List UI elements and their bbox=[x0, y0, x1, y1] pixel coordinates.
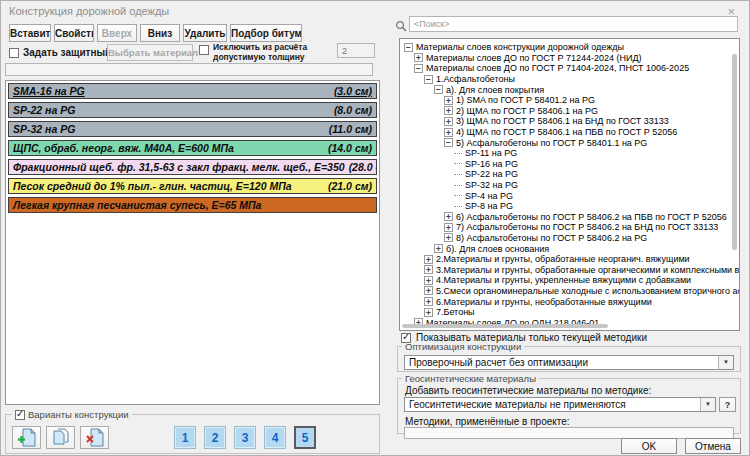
expand-toggle-icon[interactable]: − bbox=[424, 75, 433, 84]
tree-horizontal-scrollbar[interactable] bbox=[402, 324, 608, 328]
tree-item[interactable]: + 5.Смеси органоминеральные холодные с и… bbox=[402, 286, 739, 297]
exclude-wear-checkbox-box[interactable] bbox=[199, 45, 209, 55]
cancel-button[interactable]: Отмена bbox=[685, 438, 741, 454]
expand-toggle-icon[interactable]: + bbox=[424, 308, 433, 317]
tree-connector bbox=[454, 206, 462, 207]
tree-rows: − Материалы слоев конструкции дорожной о… bbox=[402, 42, 739, 328]
tree-item[interactable]: SP-16 на PG bbox=[402, 159, 739, 170]
tree-item[interactable]: SP-22 на PG bbox=[402, 169, 739, 180]
tree-item[interactable]: − а). Для слоев покрытия bbox=[402, 84, 739, 95]
expand-toggle-icon[interactable]: − bbox=[414, 64, 423, 73]
toolbar-button[interactable]: Вверх bbox=[97, 24, 137, 42]
variants-checkbox[interactable] bbox=[15, 410, 25, 420]
window-title: Конструкция дорожной одежды bbox=[9, 5, 169, 17]
expand-toggle-icon[interactable]: + bbox=[424, 297, 433, 306]
expand-toggle-icon[interactable]: + bbox=[444, 117, 453, 126]
toolbar-button[interactable]: Подбор битума PG bbox=[230, 24, 302, 42]
tree-item[interactable]: SP-32 на PG bbox=[402, 180, 739, 191]
tree-item-label: 7.Бетоны bbox=[436, 307, 475, 317]
geosynthetics-group-label: Геосинтетические материалы bbox=[402, 373, 539, 384]
tree-item[interactable]: SP-8 на PG bbox=[402, 201, 739, 212]
expand-toggle-icon[interactable]: − bbox=[444, 138, 453, 147]
tree-item[interactable]: + 8) Асфальтобетоны по ГОСТ Р 58406.2 на… bbox=[402, 233, 739, 244]
chevron-down-icon[interactable]: ▼ bbox=[700, 398, 715, 411]
tree-item-label: SP-8 на PG bbox=[465, 201, 513, 211]
tree-item-label: б). Для слоев основания bbox=[446, 244, 549, 254]
pavement-layer-row[interactable]: SP-32 на PG (11.0 см) bbox=[8, 121, 377, 137]
tree-item[interactable]: SP-4 на PG bbox=[402, 190, 739, 201]
variant-number-button[interactable]: 1 bbox=[174, 426, 196, 449]
toolbar-button[interactable]: Удалить bbox=[183, 24, 227, 42]
protective-layer-material-field[interactable] bbox=[5, 63, 373, 76]
pavement-layer-row[interactable]: Песок средний до 1% пыл.- глин. частиц, … bbox=[8, 178, 377, 194]
expand-toggle-icon[interactable]: + bbox=[444, 106, 453, 115]
expand-toggle-icon[interactable]: + bbox=[424, 265, 433, 274]
tree-item[interactable]: + 6.Материалы и грунты, необработанные в… bbox=[402, 296, 739, 307]
geosynthetics-group: Геосинтетические материалы Добавить геос… bbox=[397, 373, 741, 434]
tree-item-label: 5) Асфальтобетоны по ГОСТ Р 58401.1 на P… bbox=[456, 138, 647, 148]
tree-item-label: 4) ЩМА по ГОСТ Р 58406.1 на ПБВ по ГОСТ … bbox=[456, 127, 677, 137]
expand-toggle-icon[interactable]: + bbox=[444, 212, 453, 221]
tree-item[interactable]: + 4.Материалы и грунты, укрепленные вяжу… bbox=[402, 275, 739, 286]
tree-item[interactable]: − 5) Асфальтобетоны по ГОСТ Р 58401.1 на… bbox=[402, 137, 739, 148]
pavement-layer-row[interactable]: Фракционный щеб. фр. 31,5-63 с закл фрак… bbox=[8, 159, 377, 175]
tree-vertical-scrollbar[interactable] bbox=[732, 54, 737, 250]
expand-toggle-icon[interactable]: + bbox=[424, 255, 433, 264]
chevron-down-icon[interactable]: ▼ bbox=[718, 356, 733, 369]
expand-toggle-icon[interactable]: + bbox=[424, 276, 433, 285]
toolbar-button[interactable]: Свойства bbox=[54, 24, 94, 42]
tree-item[interactable]: + 7.Бетоны bbox=[402, 307, 739, 318]
expand-toggle-icon[interactable]: + bbox=[444, 96, 453, 105]
copy-variant-button[interactable] bbox=[46, 426, 75, 449]
expand-toggle-icon[interactable]: + bbox=[434, 244, 443, 253]
pavement-layer-row[interactable]: ЩПС, обраб. неорг. вяж. М40А, Е=600 МПа … bbox=[8, 140, 377, 156]
delete-variant-button[interactable] bbox=[80, 426, 109, 449]
tree-item[interactable]: + Материалы слоев ДО по ГОСТ Р 71244-202… bbox=[402, 53, 739, 64]
tree-connector bbox=[454, 185, 462, 186]
optimization-combobox[interactable]: Проверочный расчет без оптимизации ▼ bbox=[404, 355, 734, 370]
variant-number-button[interactable]: 4 bbox=[264, 426, 286, 449]
expand-toggle-icon[interactable]: + bbox=[424, 286, 433, 295]
tree-item-label: SP-22 на PG bbox=[465, 169, 518, 179]
expand-toggle-icon[interactable]: + bbox=[444, 233, 453, 242]
tree-item[interactable]: + б). Для слоев основания bbox=[402, 243, 739, 254]
layer-name: Фракционный щеб. фр. 31,5-63 с закл фрак… bbox=[13, 161, 345, 173]
tree-item[interactable]: + 1) SMA по ГОСТ Р 58401.2 на PG bbox=[402, 95, 739, 106]
expand-toggle-icon[interactable]: + bbox=[444, 223, 453, 232]
help-button[interactable]: ? bbox=[719, 397, 736, 412]
variant-number-button[interactable]: 5 bbox=[294, 426, 316, 449]
pavement-layer-row[interactable]: SP-22 на PG (8.0 см) bbox=[8, 102, 377, 118]
pavement-layers-list: SMA-16 на PG (3.0 см) SP-22 на PG (8.0 с… bbox=[5, 80, 380, 405]
geosynthetics-combobox[interactable]: Геосинтетические материалы не применяютс… bbox=[404, 397, 716, 412]
tree-item[interactable]: + 6) Асфальтобетоны по ГОСТ Р 58406.2 на… bbox=[402, 212, 739, 223]
expand-toggle-icon[interactable]: − bbox=[434, 85, 443, 94]
variant-number-button[interactable]: 3 bbox=[234, 426, 256, 449]
ok-button[interactable]: OK bbox=[621, 438, 677, 454]
variant-number-button[interactable]: 2 bbox=[204, 426, 226, 449]
toolbar-button[interactable]: Вставить bbox=[9, 24, 51, 42]
tree-item[interactable]: + 3) ЩМА по ГОСТ Р 58406.1 на БНД по ГОС… bbox=[402, 116, 739, 127]
pavement-layer-row[interactable]: SMA-16 на PG (3.0 см) bbox=[8, 83, 377, 99]
tree-item-label: 2.Материалы и грунты, обработанные неорг… bbox=[436, 254, 690, 264]
expand-toggle-icon[interactable]: − bbox=[404, 43, 413, 52]
expand-toggle-icon[interactable]: + bbox=[414, 53, 423, 62]
tree-item-label: SP-4 на PG bbox=[465, 191, 513, 201]
wear-thickness-input[interactable] bbox=[337, 43, 375, 58]
protect-layer-checkbox-box[interactable] bbox=[9, 48, 19, 58]
tree-item[interactable]: + 3.Материалы и грунты, обработанные орг… bbox=[402, 264, 739, 275]
search-input[interactable] bbox=[409, 16, 738, 32]
tree-item[interactable]: + 7) Асфальтобетоны по ГОСТ Р 58406.2 на… bbox=[402, 222, 739, 233]
tree-item[interactable]: − 1.Асфальтобетоны bbox=[402, 74, 739, 85]
tree-item[interactable]: + 4) ЩМА по ГОСТ Р 58406.1 на ПБВ по ГОС… bbox=[402, 127, 739, 138]
tree-item[interactable]: + 2.Материалы и грунты, обработанные нео… bbox=[402, 254, 739, 265]
pavement-layer-row[interactable]: Легкая крупная песчанистая супесь, Е=65 … bbox=[8, 197, 377, 213]
tree-item[interactable]: − Материалы слоев ДО по ГОСТ Р 71404-202… bbox=[402, 63, 739, 74]
tree-item[interactable]: + 2) ЩМА по ГОСТ Р 58406.1 на PG bbox=[402, 106, 739, 117]
tree-item[interactable]: SP-11 на PG bbox=[402, 148, 739, 159]
layer-thickness: (21.0 см) bbox=[328, 180, 372, 192]
add-variant-button[interactable] bbox=[12, 426, 41, 449]
tree-item[interactable]: − Материалы слоев конструкции дорожной о… bbox=[402, 42, 739, 53]
toolbar-button[interactable]: Вниз bbox=[140, 24, 180, 42]
tree-item-label: 3) ЩМА по ГОСТ Р 58406.1 на БНД по ГОСТ … bbox=[456, 116, 669, 126]
expand-toggle-icon[interactable]: + bbox=[444, 128, 453, 137]
